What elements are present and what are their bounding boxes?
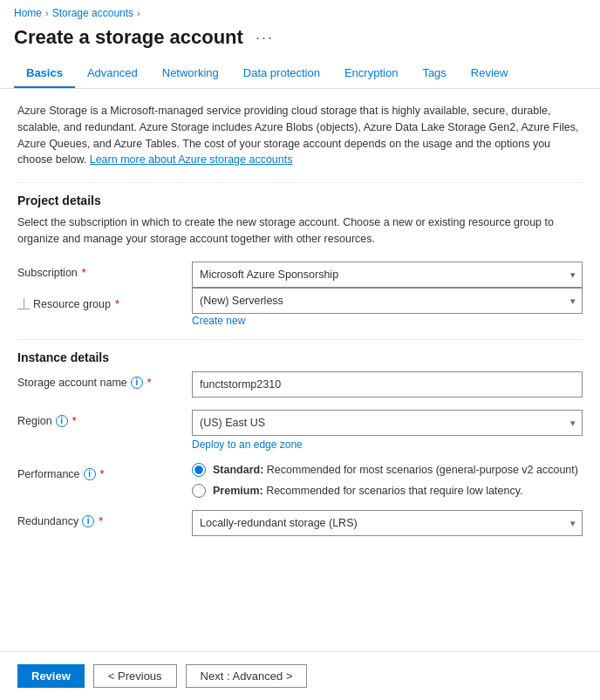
resource-group-select[interactable]: (New) Serverless [192, 288, 583, 314]
review-button[interactable]: Review [17, 664, 85, 688]
rg-required: * [115, 298, 119, 310]
footer: Review < Previous Next : Advanced > [0, 651, 600, 700]
resource-group-label: Resource group * [33, 298, 119, 310]
subscription-select[interactable]: Microsoft Azure Sponsorship [192, 262, 583, 288]
subscription-select-wrapper: Microsoft Azure Sponsorship ▾ [192, 262, 583, 288]
tab-tags[interactable]: Tags [410, 59, 458, 88]
subscription-row: Subscription * Microsoft Azure Sponsorsh… [17, 262, 583, 288]
performance-label: Performance i * [17, 463, 192, 480]
section-divider-2 [17, 339, 583, 340]
performance-premium-label: Premium: Recommended for scenarios that … [213, 485, 523, 497]
resource-group-control: (New) Serverless ▾ Create new [192, 288, 583, 327]
learn-more-link[interactable]: Learn more about Azure storage accounts [90, 153, 293, 166]
page-title-row: Create a storage account ··· [0, 23, 600, 59]
redundancy-info-icon[interactable]: i [82, 515, 94, 527]
previous-button[interactable]: < Previous [93, 664, 177, 688]
page-title: Create a storage account [14, 26, 243, 49]
subscription-control: Microsoft Azure Sponsorship ▾ [192, 262, 583, 288]
san-required: * [147, 377, 152, 389]
breadcrumb: Home › Storage accounts › [0, 0, 600, 23]
tab-advanced[interactable]: Advanced [75, 59, 150, 88]
section-divider-1 [17, 182, 583, 183]
next-button[interactable]: Next : Advanced > [186, 664, 308, 688]
region-info-icon[interactable]: i [56, 415, 68, 427]
performance-standard-label: Standard: Recommended for most scenarios… [213, 464, 578, 476]
breadcrumb-home[interactable]: Home [14, 7, 42, 19]
resource-group-bracket: Resource group * [17, 288, 192, 310]
tab-review[interactable]: Review [459, 59, 521, 88]
storage-account-info-icon[interactable]: i [131, 377, 143, 389]
tab-encryption[interactable]: Encryption [332, 59, 410, 88]
redundancy-select-wrapper: Locally-redundant storage (LRS) ▾ [192, 510, 583, 536]
main-content: Azure Storage is a Microsoft-managed ser… [0, 89, 600, 651]
tabs-row: Basics Advanced Networking Data protecti… [0, 59, 600, 89]
redundancy-control: Locally-redundant storage (LRS) ▾ [192, 510, 583, 536]
region-select-wrapper: (US) East US ▾ [192, 410, 583, 436]
performance-required: * [100, 468, 105, 480]
instance-details-section: Instance details Storage account name i … [17, 350, 583, 536]
breadcrumb-storage-accounts[interactable]: Storage accounts [52, 7, 133, 19]
project-details-desc: Select the subscription in which to crea… [17, 214, 583, 248]
subscription-label: Subscription * [17, 262, 192, 279]
redundancy-required: * [99, 515, 103, 527]
more-options-button[interactable]: ··· [250, 27, 279, 49]
instance-details-title: Instance details [17, 350, 583, 364]
project-details-section: Project details Select the subscription … [17, 194, 583, 327]
breadcrumb-sep1: › [45, 8, 49, 18]
performance-premium-radio[interactable] [192, 484, 206, 498]
performance-premium-option: Premium: Recommended for scenarios that … [192, 484, 583, 498]
redundancy-row: Redundancy i * Locally-redundant storage… [17, 510, 583, 536]
breadcrumb-sep2: › [137, 8, 140, 18]
tab-networking[interactable]: Networking [150, 59, 231, 88]
subscription-required: * [82, 267, 86, 279]
performance-row: Performance i * Standard: Recommended fo… [17, 463, 583, 498]
performance-control: Standard: Recommended for most scenarios… [192, 463, 583, 498]
redundancy-label: Redundancy i * [17, 510, 192, 527]
redundancy-select[interactable]: Locally-redundant storage (LRS) [192, 510, 583, 536]
region-label: Region i * [17, 410, 192, 427]
description-text: Azure Storage is a Microsoft-managed ser… [17, 103, 583, 168]
region-required: * [72, 415, 77, 427]
resource-group-row: Resource group * (New) Serverless ▾ Crea… [17, 288, 583, 327]
project-details-title: Project details [17, 194, 583, 207]
performance-standard-option: Standard: Recommended for most scenarios… [192, 463, 583, 477]
storage-account-name-row: Storage account name i * [17, 371, 583, 398]
performance-radio-group: Standard: Recommended for most scenarios… [192, 463, 583, 498]
deploy-edge-link[interactable]: Deploy to an edge zone [192, 438, 583, 451]
create-new-link[interactable]: Create new [192, 315, 245, 327]
performance-info-icon[interactable]: i [84, 468, 96, 480]
storage-account-name-input[interactable] [192, 371, 583, 398]
region-row: Region i * (US) East US ▾ Deploy to an e… [17, 410, 583, 451]
storage-account-name-label: Storage account name i * [17, 371, 192, 389]
region-control: (US) East US ▾ Deploy to an edge zone [192, 410, 583, 451]
storage-account-name-control [192, 371, 583, 398]
resource-group-select-wrapper: (New) Serverless ▾ [192, 288, 583, 314]
tab-basics[interactable]: Basics [14, 59, 75, 88]
region-select[interactable]: (US) East US [192, 410, 583, 436]
performance-standard-radio[interactable] [192, 463, 206, 477]
tab-data-protection[interactable]: Data protection [231, 59, 332, 88]
